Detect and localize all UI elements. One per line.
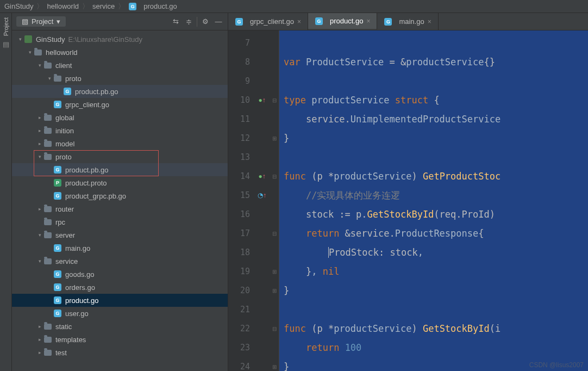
tree-folder[interactable]: rpc bbox=[12, 215, 228, 228]
tree-folder[interactable]: ▸static bbox=[12, 320, 228, 333]
go-file-icon: G bbox=[53, 100, 62, 109]
breadcrumb: GinStudy 〉 helloworld 〉 service 〉 G prod… bbox=[0, 0, 588, 13]
tree-label: templates bbox=[55, 336, 86, 344]
breadcrumb-sep: 〉 bbox=[82, 2, 89, 11]
code-editor[interactable]: 789101112131415161718192021222324 ●↑ ●↑ … bbox=[228, 30, 588, 371]
icon-gutter: ●↑ ●↑ ◔↑ bbox=[254, 30, 270, 371]
tree-label: test bbox=[55, 349, 67, 357]
tree-file[interactable]: Ggrpc_client.go bbox=[12, 98, 228, 111]
folder-icon bbox=[43, 218, 52, 226]
code-content[interactable]: var ProductService = &productService{} t… bbox=[279, 30, 588, 371]
expand-arrow-icon[interactable]: ▾ bbox=[36, 258, 43, 264]
tree-file[interactable]: Gproduct.pb.go bbox=[12, 163, 228, 176]
expand-arrow-icon[interactable]: ▸ bbox=[36, 350, 43, 355]
folder-icon bbox=[43, 205, 52, 213]
tree-folder[interactable]: ▾proto bbox=[12, 150, 228, 163]
breadcrumb-item[interactable]: product.go bbox=[143, 2, 177, 10]
editor-tab[interactable]: Ggrpc_client.go× bbox=[228, 13, 308, 30]
tree-label: rpc bbox=[55, 218, 65, 226]
expand-arrow-icon[interactable]: ▸ bbox=[36, 115, 43, 120]
expand-arrow-icon[interactable]: ▸ bbox=[36, 141, 43, 146]
expand-arrow-icon[interactable]: ▸ bbox=[36, 324, 43, 329]
close-icon[interactable]: × bbox=[297, 18, 301, 26]
close-icon[interactable]: × bbox=[428, 18, 431, 26]
tab-label: main.go bbox=[399, 17, 424, 26]
expand-arrow-icon[interactable]: ▾ bbox=[16, 36, 24, 42]
tree-label: product.go bbox=[65, 296, 98, 305]
go-file-icon: G bbox=[235, 17, 243, 26]
breadcrumb-item[interactable]: service bbox=[92, 2, 115, 10]
tree-folder[interactable]: ▸inition bbox=[12, 124, 228, 137]
tree-folder[interactable]: ▾server bbox=[12, 228, 228, 242]
structure-tool-icon[interactable]: ▤ bbox=[3, 40, 9, 48]
tree-file[interactable]: Gproduct.pb.go bbox=[12, 85, 228, 98]
project-tool-tab[interactable]: Project bbox=[3, 17, 9, 36]
expand-arrow-icon[interactable]: ▾ bbox=[36, 154, 43, 159]
tree-folder[interactable]: ▾helloworld bbox=[12, 46, 228, 59]
tree-file[interactable]: Guser.go bbox=[12, 307, 228, 320]
editor-tabs: Ggrpc_client.go×Gproduct.go×Gmain.go× bbox=[228, 13, 588, 30]
chevron-down-icon: ▾ bbox=[57, 17, 60, 26]
breadcrumb-sep: 〉 bbox=[118, 2, 125, 11]
project-view-select[interactable]: ▧ Project ▾ bbox=[16, 16, 66, 27]
tool-window-rail: Project ▤ bbox=[0, 13, 12, 371]
tree-label: GinStudy bbox=[36, 35, 65, 44]
breadcrumb-item[interactable]: helloworld bbox=[47, 2, 79, 10]
expand-arrow-icon[interactable]: ▸ bbox=[36, 128, 43, 133]
expand-arrow-icon[interactable]: ▾ bbox=[26, 50, 34, 55]
expand-arrow-icon[interactable]: ▾ bbox=[36, 232, 43, 238]
project-tree[interactable]: ▾GinStudyE:\Linuxshare\GinStudy▾hellowor… bbox=[12, 30, 228, 371]
editor-area: Ggrpc_client.go×Gproduct.go×Gmain.go× 78… bbox=[228, 13, 588, 371]
editor-tab[interactable]: Gmain.go× bbox=[377, 13, 438, 30]
tree-folder[interactable]: ▸router bbox=[12, 202, 228, 215]
go-file-icon: G bbox=[53, 296, 62, 305]
tree-label: global bbox=[55, 114, 74, 122]
tree-file[interactable]: Gproduct_grpc.pb.go bbox=[12, 189, 228, 202]
locate-icon[interactable]: ⇆ bbox=[171, 17, 180, 27]
breadcrumb-item[interactable]: GinStudy bbox=[4, 2, 33, 10]
tree-label: server bbox=[55, 231, 75, 239]
tree-file[interactable]: Gproduct.go bbox=[12, 294, 228, 307]
tree-file[interactable]: Pproduct.proto bbox=[12, 176, 228, 189]
tab-label: product.go bbox=[330, 17, 363, 25]
expand-arrow-icon[interactable]: ▾ bbox=[36, 63, 43, 68]
tree-folder[interactable]: ▾proto bbox=[12, 72, 228, 85]
tree-folder[interactable]: ▸global bbox=[12, 111, 228, 124]
tree-folder[interactable]: ▾client bbox=[12, 59, 228, 72]
gear-icon[interactable]: ⚙ bbox=[201, 17, 210, 27]
tree-label: grpc_client.go bbox=[65, 101, 109, 109]
editor-tab[interactable]: Gproduct.go× bbox=[308, 13, 377, 30]
tree-label: user.go bbox=[65, 310, 89, 318]
tree-folder[interactable]: ▸test bbox=[12, 346, 228, 359]
tab-label: grpc_client.go bbox=[250, 17, 294, 26]
tree-label: main.go bbox=[65, 244, 90, 252]
tree-folder[interactable]: ▸templates bbox=[12, 333, 228, 346]
hide-icon[interactable]: — bbox=[214, 17, 223, 27]
tree-folder[interactable]: ▸model bbox=[12, 137, 228, 150]
fold-gutter[interactable]: ⊟ ⊞ ⊟ ⊟ ⊞⊞ ⊟ ⊞ bbox=[270, 30, 279, 371]
go-file-icon: G bbox=[128, 2, 137, 11]
tree-label: inition bbox=[55, 127, 74, 135]
tree-label: proto bbox=[55, 153, 72, 161]
tree-label: product.pb.go bbox=[75, 88, 118, 96]
tree-folder[interactable]: ▾service bbox=[12, 255, 228, 268]
tree-file[interactable]: Ggoods.go bbox=[12, 268, 228, 281]
go-file-icon: G bbox=[53, 283, 62, 292]
expand-arrow-icon[interactable]: ▸ bbox=[36, 337, 43, 342]
go-file-icon: G bbox=[53, 244, 62, 252]
folder-icon bbox=[43, 139, 52, 148]
close-icon[interactable]: × bbox=[366, 17, 370, 25]
folder-icon bbox=[43, 231, 52, 239]
tree-folder[interactable]: ▾GinStudyE:\Linuxshare\GinStudy bbox=[12, 33, 228, 46]
tree-label: helloworld bbox=[46, 48, 78, 57]
tree-label: product.pb.go bbox=[65, 166, 109, 174]
folder-icon bbox=[43, 322, 52, 331]
tree-label: orders.go bbox=[65, 283, 95, 292]
collapse-icon[interactable]: ≑ bbox=[184, 17, 193, 27]
tree-file[interactable]: Gmain.go bbox=[12, 242, 228, 255]
expand-arrow-icon[interactable]: ▾ bbox=[46, 76, 53, 81]
folder-icon bbox=[43, 152, 52, 161]
tree-file[interactable]: Gorders.go bbox=[12, 281, 228, 294]
go-file-icon: G bbox=[53, 191, 62, 200]
expand-arrow-icon[interactable]: ▸ bbox=[36, 206, 43, 212]
